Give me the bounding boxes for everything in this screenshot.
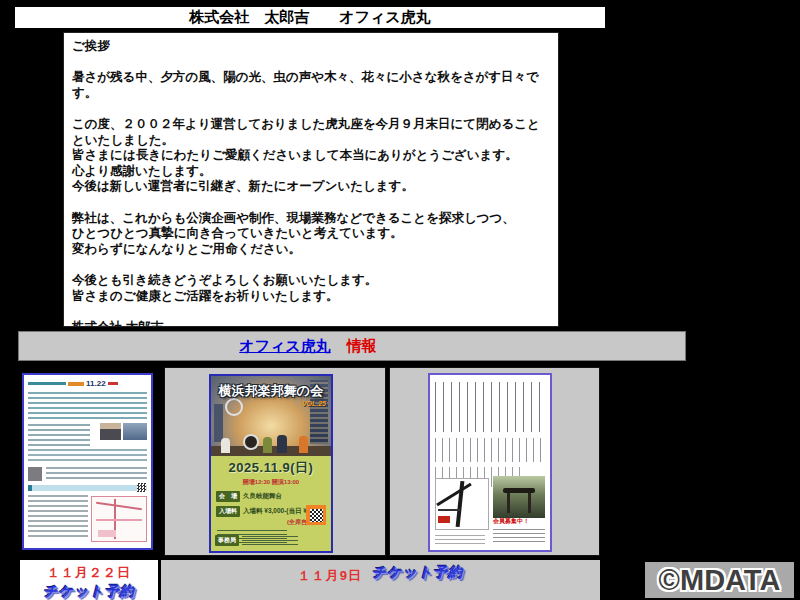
dancer-figure	[221, 438, 230, 453]
poster-title: 横浜邦楽邦舞の会	[211, 382, 331, 400]
gate-pillar	[528, 493, 531, 513]
dancer-figure	[299, 436, 308, 453]
qr-code-icon	[310, 509, 323, 522]
garden-gate-photo	[493, 476, 545, 518]
map-road-line	[96, 519, 142, 521]
flyer-left-paragraph-lines	[46, 467, 147, 481]
flyer-right-fine-print-lines	[493, 529, 545, 545]
office-label: 事務局	[215, 535, 239, 546]
poster-volume: VOL.25	[302, 400, 326, 407]
dancer-figure	[263, 437, 272, 453]
venue-label: 会 場	[216, 491, 240, 502]
poster-cell-middle: 横浜邦楽邦舞の会 VOL.25 2025.11.9(日) 開場12:30 開演1…	[164, 367, 386, 556]
footer-middle-cell: １１月9日 チケット予約	[161, 560, 600, 600]
greeting-text: ご挨拶 暑さが残る中、夕方の風、陽の光、虫の声や木々、花々に小さな秋をさがす日々…	[72, 39, 550, 327]
ticket-reserve-link-nov9[interactable]: チケット予約	[372, 564, 463, 582]
flyer-left-paragraph-lines	[28, 392, 147, 420]
site-title: 株式会社 太郎吉 オフィス虎丸	[189, 8, 430, 27]
flyer-left-paragraph-lines	[28, 424, 90, 446]
ferris-wheel-icon	[225, 398, 243, 416]
poster-cell-right: 会員募集中！	[389, 367, 600, 556]
access-map-image	[91, 496, 147, 542]
program-columns	[435, 382, 545, 432]
map-landmark-block	[98, 530, 116, 537]
event-date-nov9: １１月9日	[298, 567, 362, 585]
building-photo	[123, 423, 147, 440]
event-date-nov22: １１月２２日	[20, 564, 158, 582]
map-landmark-stamp	[438, 516, 450, 523]
flyer-left-image[interactable]: 11.22	[22, 373, 153, 550]
map-road-line	[96, 502, 142, 510]
info-bar: オフィス虎丸 情報	[18, 331, 686, 361]
poster-cell-left: 11.22	[18, 367, 161, 556]
recruit-note: 会員募集中！	[493, 517, 545, 526]
flyer-left-date: 11.22	[86, 380, 106, 388]
poster-cityscape: 横浜邦楽邦舞の会 VOL.25	[211, 376, 331, 456]
office-toramaru-link[interactable]: オフィス虎丸	[239, 337, 330, 356]
venue-row: 会 場 久良岐能舞台	[216, 491, 326, 502]
dancer-figure	[277, 435, 287, 453]
flyer-left-paragraph-lines	[28, 449, 147, 463]
flyer-left-title-row: 11.22	[28, 379, 148, 388]
gate-pillar	[507, 493, 510, 513]
fee-label: 入場料	[216, 506, 240, 517]
program-columns	[435, 438, 545, 462]
qr-code-icon	[137, 483, 146, 492]
flyer-left-section-header	[28, 485, 147, 491]
ticket-reserve-link-nov22[interactable]: チケット予約	[43, 583, 134, 600]
access-map-image	[435, 478, 489, 530]
greeting-box: ご挨拶 暑さが残る中、夕方の風、陽の光、虫の声や木々、花々に小さな秋をさがす日々…	[63, 32, 559, 327]
mdata-watermark: ©MDATA	[645, 562, 794, 598]
footer-left-cell: １１月２２日 チケット予約	[20, 560, 158, 600]
flyer-left-name-segment	[68, 382, 84, 386]
venue-name: 久良岐能舞台	[243, 492, 282, 501]
qr-code-frame	[306, 505, 326, 525]
poster-middle-image[interactable]: 横浜邦楽邦舞の会 VOL.25 2025.11.9(日) 開場12:30 開演1…	[209, 374, 333, 553]
flyer-left-paragraph-lines	[28, 495, 88, 537]
event-date: 2025.11.9(日)	[211, 459, 331, 477]
tower-silhouette	[214, 404, 223, 442]
greeting-section: ご挨拶 暑さが残る中、夕方の風、陽の光、虫の声や木々、花々に小さな秋をさがす日々…	[18, 28, 600, 328]
flyer-right-image[interactable]: 会員募集中！	[428, 373, 552, 552]
profile-photo	[28, 467, 42, 481]
map-road-line	[436, 483, 472, 507]
drum-icon	[243, 434, 259, 450]
flyer-left-time-segment	[108, 382, 118, 385]
office-contact-lines	[242, 536, 298, 545]
flyer-right-fine-print-lines	[435, 535, 485, 545]
office-row: 事務局	[215, 535, 298, 546]
watermark-text: ©MDATA	[659, 563, 781, 597]
map-road-line	[438, 509, 460, 511]
flyer-left-title-segment	[28, 382, 66, 385]
site-title-bar: 株式会社 太郎吉 オフィス虎丸	[15, 7, 605, 28]
event-time: 開場12:30 開演13:00	[211, 478, 331, 487]
portrait-photo	[100, 423, 121, 440]
info-bar-label: 情報	[347, 337, 377, 356]
